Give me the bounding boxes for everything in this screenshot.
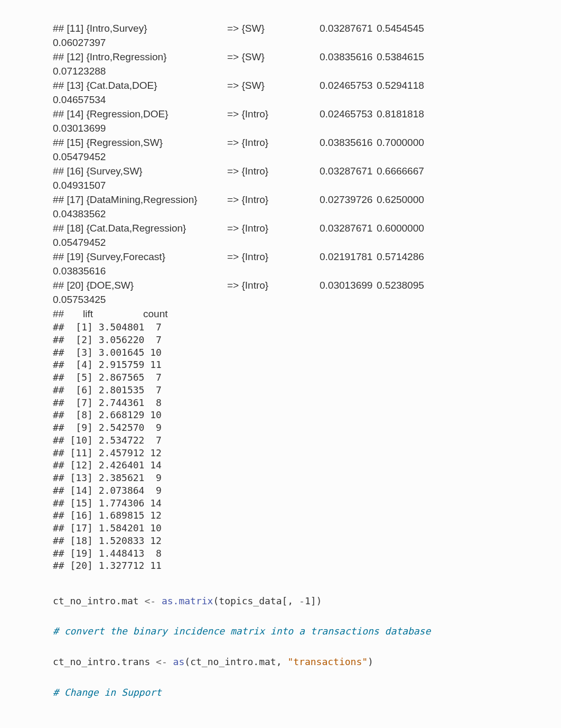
rule-row: ## [13] {Cat.Data,DOE}=> {SW}0.024657530… [53,78,508,93]
rule-row: ## [16] {Survey,SW}=> {Intro}0.032876710… [53,164,508,178]
rule-rhs: => {SW} [227,50,320,64]
rule-row: ## [12] {Intro,Regression}=> {SW}0.03835… [53,50,508,64]
rule-support: 0.03013699 [320,278,377,293]
code-line-2: ct_no_intro.trans <- as(ct_no_intro.mat,… [53,656,373,667]
rule-lhs: ## [15] {Regression,SW} [53,135,227,150]
rule-rhs: => {Intro} [227,164,320,179]
rule-confidence: 0.8181818 [377,107,424,122]
rule-row: ## [19] {Survey,Forecast}=> {Intro}0.021… [53,250,508,264]
rule-support: 0.02191781 [320,250,377,264]
rule-confidence: 0.5384615 [377,50,424,64]
rule-rhs: => {Intro} [227,192,320,207]
rule-rhs: => {Intro} [227,278,320,293]
rule-support: 0.02465753 [320,107,377,122]
rule-row: ## [20] {DOE,SW}=> {Intro}0.030136990.52… [53,278,508,292]
code-line-1: ct_no_intro.mat <- as.matrix(topics_data… [53,595,322,606]
rule-row: ## [14] {Regression,DOE}=> {Intro}0.0246… [53,107,508,121]
header-hash: ## [53,307,83,321]
rule-confidence: 0.5238095 [377,278,424,293]
rule-support: 0.03835616 [320,50,377,64]
rule-rhs: => {Intro} [227,250,320,264]
rule-confidence: 0.6250000 [377,192,424,207]
rule-coverage: 0.07123288 [53,64,508,78]
rule-lhs: ## [17] {DataMining,Regression} [53,192,227,207]
code-comment-1: # convert the binary incidence matrix in… [53,625,431,637]
rule-confidence: 0.6666667 [377,164,424,179]
rule-confidence: 0.5294118 [377,78,424,93]
rule-coverage: 0.05479452 [53,235,508,250]
rule-coverage: 0.06027397 [53,35,508,50]
rule-row: ## [11] {Intro,Survey}=> {SW}0.032876710… [53,21,508,35]
code-block: ct_no_intro.mat <- as.matrix(topics_data… [53,578,508,715]
rule-lhs: ## [16] {Survey,SW} [53,164,227,179]
rule-rhs: => {SW} [227,21,320,36]
rule-support: 0.03287671 [320,164,377,179]
rule-support: 0.02739726 [320,192,377,207]
rule-lhs: ## [14] {Regression,DOE} [53,107,227,122]
rule-support: 0.02465753 [320,78,377,93]
rule-row: ## [18] {Cat.Data,Regression}=> {Intro}0… [53,221,508,235]
rule-support: 0.03287671 [320,221,377,236]
rule-coverage: 0.03835616 [53,264,508,278]
rule-lhs: ## [19] {Survey,Forecast} [53,250,227,264]
document-page: ## [11] {Intro,Survey}=> {SW}0.032876710… [0,0,561,728]
code-comment-2: # Change in Support [53,687,162,698]
rule-confidence: 0.7000000 [377,135,424,150]
rule-confidence: 0.6000000 [377,221,424,236]
rule-coverage: 0.04657534 [53,93,508,107]
header-count: count [143,307,167,321]
rule-lhs: ## [20] {DOE,SW} [53,278,227,293]
rule-rhs: => {Intro} [227,107,320,122]
header-lift: lift [83,307,143,321]
rule-coverage: 0.04931507 [53,178,508,192]
rule-rhs: => {SW} [227,78,320,93]
rule-lhs: ## [12] {Intro,Regression} [53,50,227,64]
rule-row: ## [17] {DataMining,Regression}=> {Intro… [53,192,508,207]
rule-coverage: 0.05479452 [53,150,508,164]
rule-lhs: ## [11] {Intro,Survey} [53,21,227,36]
rules-output-block: ## [11] {Intro,Survey}=> {SW}0.032876710… [53,21,508,307]
rule-confidence: 0.5454545 [377,21,424,36]
rule-lhs: ## [18] {Cat.Data,Regression} [53,221,227,236]
rule-rhs: => {Intro} [227,221,320,236]
lift-table-body: ## [1] 3.504801 7 ## [2] 3.056220 7 ## [… [53,321,508,572]
rule-row: ## [15] {Regression,SW}=> {Intro}0.03835… [53,135,508,150]
lift-table-header: ## lift count [53,307,508,321]
rule-coverage: 0.03013699 [53,121,508,135]
rule-coverage: 0.05753425 [53,292,508,307]
rule-support: 0.03287671 [320,21,377,36]
rule-lhs: ## [13] {Cat.Data,DOE} [53,78,227,93]
rule-coverage: 0.04383562 [53,207,508,221]
rule-support: 0.03835616 [320,135,377,150]
rule-rhs: => {Intro} [227,135,320,150]
rule-confidence: 0.5714286 [377,250,424,264]
